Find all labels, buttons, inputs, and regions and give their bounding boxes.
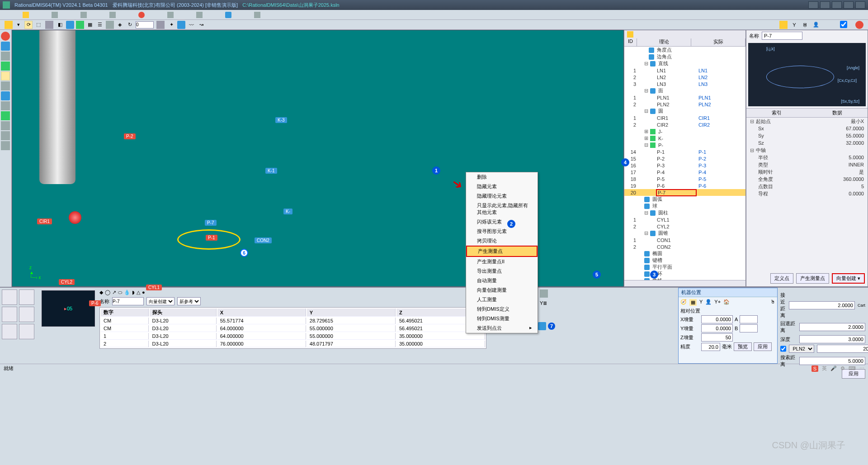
mp-prec[interactable] <box>701 343 720 351</box>
prop-row[interactable]: 类型INNER <box>746 161 868 168</box>
tree-row[interactable]: 16P-3P-3 <box>624 162 745 169</box>
tree-row[interactable]: 19P-6P-6 <box>624 182 745 189</box>
ctx-item[interactable]: 导出测量点 <box>466 266 538 276</box>
ctx-item[interactable]: 人工测量 <box>466 295 538 304</box>
tree-row[interactable]: 2CIR2CIR2 <box>624 121 745 128</box>
mp-z[interactable] <box>701 333 733 342</box>
ap-depth[interactable] <box>799 335 865 343</box>
tree-row[interactable]: 椭圆 <box>624 250 745 257</box>
mp-x[interactable] <box>701 315 733 323</box>
ctx-item[interactable]: 闪烁该元素 <box>466 217 538 227</box>
bm-method-select[interactable]: 向量创建 <box>146 297 175 305</box>
prop-row[interactable]: Sz32.0000 <box>746 139 868 147</box>
bm-tool-drop[interactable]: 💧 <box>124 289 130 295</box>
bm-tool-cone[interactable]: △ <box>137 289 140 295</box>
ctx-item[interactable]: 隐藏元素 <box>466 182 538 191</box>
lt-surf-icon[interactable] <box>1 141 10 150</box>
bt-filter[interactable]: Y≣ <box>540 300 548 308</box>
tree-row[interactable]: 1CIR1CIR1 <box>624 114 745 121</box>
mp-y[interactable] <box>701 324 733 332</box>
tree-row[interactable]: ⊟P- <box>624 142 745 148</box>
tree-row[interactable]: ⊟圆锥 <box>624 230 745 237</box>
qat-globe-icon[interactable] <box>225 12 231 18</box>
zoom-window-icon[interactable]: ⬚ <box>34 21 42 29</box>
mp-b[interactable] <box>740 324 758 332</box>
win-tool-1[interactable] <box>808 1 818 9</box>
rt-filter-icon[interactable]: Y <box>790 21 798 29</box>
tree-row[interactable]: 角度点 <box>624 47 745 53</box>
tree-row[interactable]: ⊞K- <box>624 135 745 142</box>
mp-ic3[interactable]: Y <box>699 299 703 306</box>
ctx-item[interactable]: 自动测量 <box>466 276 538 285</box>
win-tool-2[interactable] <box>820 1 830 9</box>
bm-tool-cyl[interactable]: ◗ <box>132 289 135 295</box>
btn-vector-create[interactable]: 向量创建 ▾ <box>832 273 865 284</box>
ctx-item[interactable]: 只显示此元素,隐藏所有其他元素 <box>466 201 538 217</box>
bt-6[interactable] <box>540 289 548 298</box>
bm-tool-ellipse[interactable]: ⬭ <box>118 289 122 295</box>
trace-icon[interactable]: 〰 <box>187 21 195 29</box>
lt-line-icon[interactable] <box>1 52 10 61</box>
lt-arc-icon[interactable] <box>1 81 10 90</box>
multiview-icon[interactable]: ▦ <box>86 21 94 29</box>
ctx-item[interactable]: 转到DMIS定义 <box>466 304 538 314</box>
ctx-item[interactable]: 隐藏理论元素 <box>466 191 538 201</box>
st-mic-icon[interactable]: 🎤 <box>830 365 837 371</box>
tree-row[interactable]: ⊞J- <box>624 128 745 135</box>
qat-grid-icon[interactable] <box>80 12 87 18</box>
btn-generate[interactable]: 产生测量点 <box>796 273 829 284</box>
prop-name-input[interactable] <box>762 32 802 40</box>
mp-preview[interactable]: 预览 <box>734 342 752 351</box>
tree-row[interactable]: 2CON2 <box>624 243 745 250</box>
ctx-item[interactable]: 删除 <box>466 172 538 182</box>
prop-row[interactable]: 全角度360.0000 <box>746 176 868 183</box>
ctx-item[interactable]: 发送到点云 <box>466 323 538 333</box>
mp-ic4[interactable]: 👤 <box>705 299 712 306</box>
btn-define[interactable]: 定义点 <box>770 273 793 284</box>
tree-row[interactable]: ⊟圆柱 <box>624 209 745 216</box>
tree-row[interactable]: 1PLN1PLN1 <box>624 94 745 101</box>
tree-row[interactable]: 3LN3LN3 <box>624 81 745 87</box>
ap-plane[interactable]: PLN2 <box>789 345 814 353</box>
tree-row[interactable]: 圆弧 <box>624 196 745 203</box>
iso-view-icon[interactable]: ◧ <box>56 21 64 29</box>
lt-pick-icon[interactable] <box>1 32 10 41</box>
rt-close-icon[interactable] <box>855 21 863 29</box>
table-row[interactable]: CMD3-L2055.57177428.72961556.495021 <box>101 318 485 324</box>
point-table[interactable]: 数字探头XYZ CMD3-L2055.57177428.72961556.495… <box>99 307 486 349</box>
ap-retract[interactable] <box>799 323 865 331</box>
tree-row[interactable]: 15P-2P-2 <box>624 155 745 162</box>
bm-ref-select[interactable]: 新参考 <box>177 297 201 305</box>
lt-curve-icon[interactable] <box>1 131 10 140</box>
bl-6[interactable] <box>19 324 34 339</box>
qat-view-icon[interactable] <box>254 12 260 18</box>
cart-icon[interactable]: Cart <box>858 303 865 308</box>
st-kbd-icon[interactable]: ⌨ <box>849 365 856 371</box>
refresh-icon[interactable]: ↻ <box>126 21 134 29</box>
ctx-item[interactable]: 向量创建测量 <box>466 285 538 295</box>
home-view-icon[interactable] <box>5 21 13 29</box>
select-icon[interactable]: ▾ <box>14 21 23 29</box>
tree-row[interactable]: 圆环 <box>624 270 745 277</box>
ap-near[interactable] <box>789 301 855 309</box>
close-button[interactable] <box>855 1 865 9</box>
bm-tool-3[interactable]: ↗ <box>112 289 116 295</box>
bm-tool-sphere[interactable]: ● <box>142 289 145 295</box>
lt-point-icon[interactable] <box>1 42 10 51</box>
bm-tool-2[interactable]: ◯ <box>105 289 110 295</box>
ap-search[interactable] <box>799 357 865 365</box>
qat-record-icon[interactable] <box>138 12 145 18</box>
table-row[interactable]: 1D3-L2064.00000055.00000035.000000 <box>101 333 485 340</box>
ime-icon[interactable]: S <box>811 365 818 372</box>
bm-name-input[interactable] <box>112 297 144 305</box>
lt-sphere-icon[interactable] <box>1 111 10 120</box>
probe-icon[interactable] <box>177 21 185 29</box>
axis-icon[interactable]: ✦ <box>167 21 175 29</box>
tree-row[interactable]: 1CON1 <box>624 237 745 243</box>
qat-doc-icon[interactable] <box>52 12 58 18</box>
tree-row[interactable]: ⊟面 <box>624 87 745 94</box>
prop-row[interactable]: Sx67.0000 <box>746 125 868 132</box>
rotate-icon[interactable]: ⟳ <box>24 21 33 29</box>
rt-shield-icon[interactable]: ⛨ <box>801 21 809 29</box>
table-row[interactable]: CMD3-L2064.00000055.00000056.495021 <box>101 325 485 332</box>
